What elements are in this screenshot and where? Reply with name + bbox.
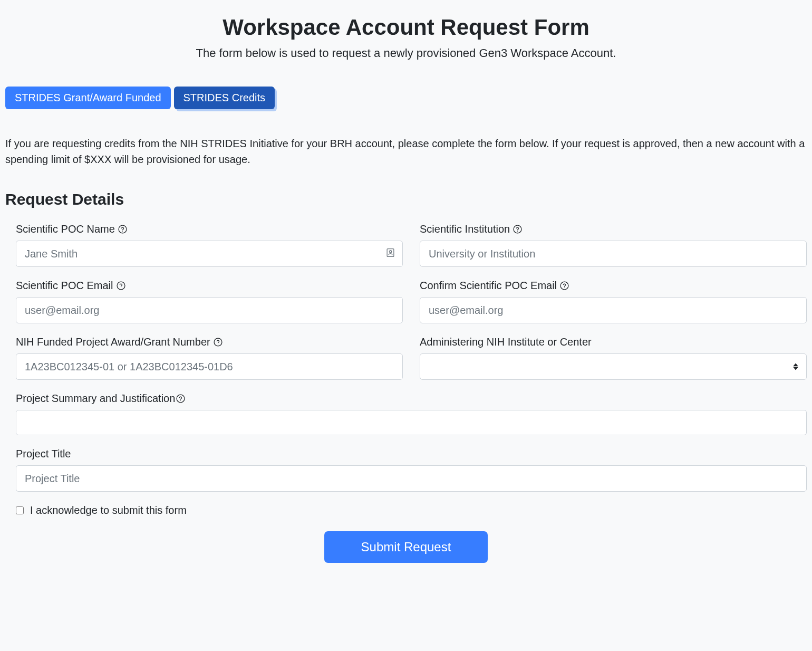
project-summary-label: Project Summary and Justification (16, 392, 807, 405)
page-subtitle: The form below is used to request a newl… (5, 46, 807, 60)
grant-number-input[interactable] (16, 353, 403, 380)
grant-number-label-text: NIH Funded Project Award/Grant Number (16, 336, 210, 348)
svg-point-7 (120, 288, 121, 288)
section-heading: Request Details (5, 190, 807, 208)
svg-point-13 (180, 400, 181, 401)
svg-point-0 (119, 225, 127, 233)
poc-name-label-text: Scientific POC Name (16, 223, 115, 235)
poc-email-input[interactable] (16, 297, 403, 323)
help-icon[interactable] (214, 338, 223, 347)
help-icon[interactable] (117, 281, 125, 290)
page-title: Workspace Account Request Form (5, 15, 807, 40)
institution-input[interactable] (420, 241, 807, 267)
svg-point-8 (560, 282, 568, 290)
svg-point-4 (514, 225, 521, 233)
svg-point-1 (122, 231, 123, 232)
help-icon[interactable] (560, 281, 569, 290)
confirm-poc-email-label-text: Confirm Scientific POC Email (420, 280, 557, 292)
tab-strides-credits[interactable]: STRIDES Credits (174, 87, 275, 109)
project-title-label-text: Project Title (16, 448, 71, 460)
poc-name-label: Scientific POC Name (16, 223, 403, 235)
svg-point-5 (517, 231, 518, 232)
svg-point-10 (214, 338, 222, 346)
institution-label: Scientific Institution (420, 223, 807, 235)
submit-button[interactable]: Submit Request (324, 531, 488, 563)
grant-number-label: NIH Funded Project Award/Grant Number (16, 336, 403, 348)
svg-point-12 (177, 395, 185, 403)
confirm-poc-email-input[interactable] (420, 297, 807, 323)
svg-point-9 (564, 288, 565, 288)
poc-email-label-text: Scientific POC Email (16, 280, 113, 292)
svg-point-6 (117, 282, 125, 290)
nih-institute-label-text: Administering NIH Institute or Center (420, 336, 592, 348)
project-title-label: Project Title (16, 448, 807, 460)
help-icon[interactable] (513, 225, 522, 234)
project-summary-label-text: Project Summary and Justification (16, 392, 175, 405)
poc-email-label: Scientific POC Email (16, 280, 403, 292)
svg-point-3 (389, 251, 391, 253)
institution-label-text: Scientific Institution (420, 223, 510, 235)
nih-institute-label: Administering NIH Institute or Center (420, 336, 807, 348)
nih-institute-select[interactable] (420, 353, 807, 380)
acknowledge-label: I acknowledge to submit this form (30, 504, 187, 516)
svg-point-11 (218, 344, 218, 344)
acknowledge-checkbox[interactable] (16, 506, 24, 514)
help-icon[interactable] (176, 394, 185, 403)
help-icon[interactable] (118, 225, 127, 234)
confirm-poc-email-label: Confirm Scientific POC Email (420, 280, 807, 292)
tab-strides-grant[interactable]: STRIDES Grant/Award Funded (5, 87, 171, 109)
intro-text: If you are requesting credits from the N… (5, 136, 807, 167)
project-title-input[interactable] (16, 465, 807, 492)
project-summary-input[interactable] (16, 410, 807, 435)
poc-name-input[interactable] (16, 241, 403, 267)
contact-icon (386, 248, 394, 260)
tab-group: STRIDES Grant/Award Funded STRIDES Credi… (5, 87, 807, 109)
